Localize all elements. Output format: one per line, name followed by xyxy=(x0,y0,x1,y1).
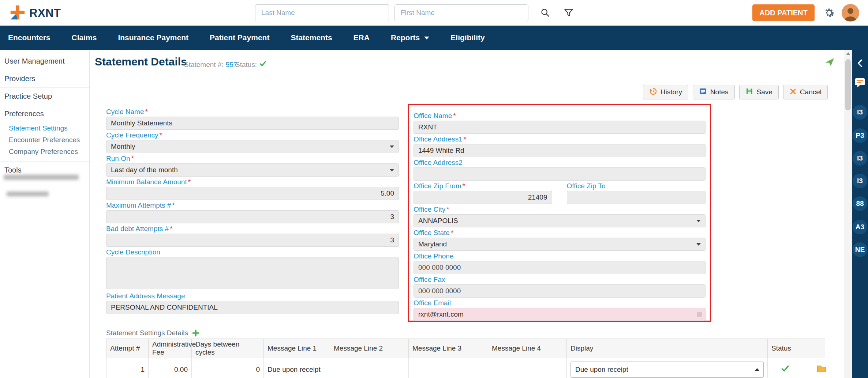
chevron-down-icon xyxy=(390,169,394,171)
folder-icon[interactable] xyxy=(817,366,826,374)
nav-item-claims[interactable]: Claims xyxy=(61,33,108,42)
add-patient-button[interactable]: ADD PATIENT xyxy=(752,4,815,21)
nav-item-era[interactable]: ERA xyxy=(343,33,380,42)
search-icon[interactable] xyxy=(539,7,552,20)
top-bar: RXNT ADD PATIENT xyxy=(0,0,868,26)
sidebar-item-practice-setup[interactable]: Practice Setup xyxy=(0,88,89,105)
table-row: 1 0.00 0 Due upon receipt Due upon recei… xyxy=(106,358,825,378)
chevron-down-icon xyxy=(696,243,701,246)
bad-debt-attempts-label: Bad debt Attempts #* xyxy=(106,225,399,233)
rail-badge-4[interactable]: I3 xyxy=(853,174,867,188)
app-window: RXNT ADD PATIENT Encounters Cla xyxy=(0,0,868,378)
minimum-balance-label: Minimum Balance Amount* xyxy=(106,178,399,186)
office-address1-input[interactable] xyxy=(414,144,706,157)
first-name-input[interactable] xyxy=(394,4,528,21)
office-phone-input[interactable] xyxy=(414,261,706,274)
office-name-label: Office Name* xyxy=(414,112,706,120)
sidebar-item-company-preferences[interactable]: Company Preferences xyxy=(0,146,89,158)
minimum-balance-input[interactable] xyxy=(106,187,399,200)
cycle-description-label: Cycle Description xyxy=(106,249,399,256)
sidebar-item-preferences[interactable]: Preferences xyxy=(0,105,89,122)
office-zip-to-input[interactable] xyxy=(567,191,706,204)
cycle-frequency-label: Cycle Frequency* xyxy=(106,132,399,139)
office-name-input[interactable] xyxy=(414,121,706,134)
user-avatar[interactable] xyxy=(842,4,859,22)
col-action-1 xyxy=(802,339,813,358)
sidebar-item-redacted-1[interactable] xyxy=(4,175,79,180)
filter-icon[interactable] xyxy=(562,7,575,20)
office-state-select[interactable]: Maryland xyxy=(414,238,706,251)
cell-days: 0 xyxy=(192,358,264,378)
sidebar-item-statement-settings[interactable]: Statement Settings xyxy=(0,122,89,134)
patient-address-message-input[interactable] xyxy=(106,301,399,314)
nav-item-encounters[interactable]: Encounters xyxy=(5,33,61,42)
display-select[interactable]: Due upon receipt xyxy=(570,362,764,378)
rail-badge-7[interactable]: NE xyxy=(853,242,867,257)
add-detail-icon[interactable] xyxy=(192,329,200,337)
statement-number-meta: Statement #:557 xyxy=(184,61,237,69)
save-icon xyxy=(745,87,753,97)
sidebar-item-user-management[interactable]: User Management xyxy=(0,53,89,70)
office-fax-input[interactable] xyxy=(414,284,706,298)
vertical-scrollbar[interactable] xyxy=(844,50,852,378)
content-header: Statement Details Statement #:557 Status… xyxy=(90,50,844,74)
maximum-attempts-input[interactable] xyxy=(106,210,399,223)
rxnt-logo-icon xyxy=(10,4,26,22)
chevron-down-icon xyxy=(696,220,701,222)
office-email-label: Office Email xyxy=(414,299,706,307)
sidebar-item-providers[interactable]: Providers xyxy=(0,70,89,88)
cell-message-3 xyxy=(409,358,488,378)
chevron-down-icon xyxy=(390,145,394,148)
run-on-select[interactable]: Last day of the month xyxy=(106,163,399,177)
rail-badge-5[interactable]: 88 xyxy=(853,196,867,211)
col-admin-fee: Administrative Fee xyxy=(149,339,192,358)
rail-badge-1[interactable]: I3 xyxy=(853,105,867,120)
bad-debt-attempts-input[interactable] xyxy=(106,234,399,247)
nav-item-patient-payment[interactable]: Patient Payment xyxy=(199,33,280,42)
cell-attempt: 1 xyxy=(106,358,149,378)
history-button[interactable]: History xyxy=(643,85,688,99)
nav-item-insurance-payment[interactable]: Insurance Payment xyxy=(107,33,199,42)
preferences-submenu: Statement Settings Encounter Preferences… xyxy=(0,122,89,162)
statement-details-content: Statement Details Statement #:557 Status… xyxy=(90,50,844,378)
cycle-name-input[interactable] xyxy=(106,117,399,130)
chat-icon[interactable] xyxy=(854,78,865,90)
chevron-up-icon xyxy=(755,368,760,371)
cycle-frequency-select[interactable]: Monthly xyxy=(106,140,399,153)
cancel-button[interactable]: Cancel xyxy=(783,85,828,99)
office-email-input[interactable] xyxy=(414,308,706,321)
office-phone-label: Office Phone xyxy=(414,253,706,260)
collapse-chevron-icon[interactable] xyxy=(856,59,864,69)
statement-status-meta: Status: xyxy=(235,60,266,69)
rail-badge-3[interactable]: I3 xyxy=(853,151,867,166)
col-attempt: Attempt # xyxy=(106,339,149,358)
gear-icon[interactable] xyxy=(822,6,837,20)
office-zip-from-input[interactable] xyxy=(414,191,552,204)
nav-item-reports[interactable]: Reports xyxy=(380,33,440,42)
office-city-select[interactable]: ANNAPOLIS xyxy=(414,214,706,227)
scrollbar-up-arrow-icon[interactable] xyxy=(846,52,850,55)
office-zip-to-label: Office Zip To xyxy=(567,182,706,190)
right-rail: I3 P3 I3 I3 88 A3 NE xyxy=(852,50,868,378)
col-message-3: Message Line 3 xyxy=(409,339,488,358)
rail-badge-6[interactable]: A3 xyxy=(853,220,867,234)
sidebar-item-redacted-2[interactable] xyxy=(7,192,49,196)
brand: RXNT xyxy=(10,4,61,22)
last-name-input[interactable] xyxy=(255,4,389,21)
run-on-label: Run On* xyxy=(106,155,399,162)
col-days-between: Days between cycles xyxy=(192,339,264,358)
rail-badge-2[interactable]: P3 xyxy=(853,128,867,143)
save-button[interactable]: Save xyxy=(739,85,779,99)
nav-item-statements[interactable]: Statements xyxy=(280,33,343,42)
sidebar-item-encounter-preferences[interactable]: Encounter Preferences xyxy=(0,134,89,146)
body-area: User Management Providers Practice Setup… xyxy=(0,50,868,378)
nav-item-eligibility[interactable]: Eligibility xyxy=(440,33,495,42)
office-address2-input[interactable] xyxy=(414,167,706,181)
sidebar: User Management Providers Practice Setup… xyxy=(0,50,90,378)
maximum-attempts-label: Maximum Attempts #* xyxy=(106,202,399,209)
notes-button[interactable]: Notes xyxy=(693,85,735,99)
cycle-description-textarea[interactable] xyxy=(106,257,399,289)
send-icon[interactable] xyxy=(825,58,834,68)
scrollbar-thumb[interactable] xyxy=(845,59,851,110)
cell-action-1 xyxy=(802,358,813,378)
